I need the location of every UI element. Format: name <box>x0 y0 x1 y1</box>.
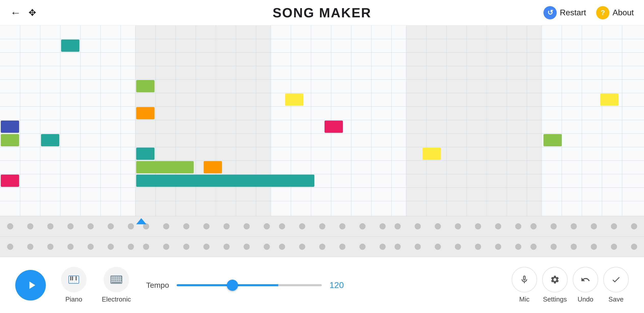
svg-point-70 <box>27 223 33 229</box>
svg-point-78 <box>183 223 189 229</box>
svg-rect-52 <box>136 148 155 160</box>
restart-label: Restart <box>560 8 586 17</box>
svg-point-88 <box>380 223 386 229</box>
piano-button[interactable]: Piano <box>61 267 87 303</box>
svg-point-75 <box>128 223 134 229</box>
svg-point-72 <box>67 223 74 229</box>
svg-rect-150 <box>115 277 116 278</box>
electronic-button[interactable]: Electronic <box>102 267 131 303</box>
svg-point-79 <box>203 223 209 229</box>
restart-button[interactable]: ↺ Restart <box>543 6 586 19</box>
electronic-label: Electronic <box>102 295 131 303</box>
svg-rect-145 <box>76 276 77 280</box>
svg-rect-60 <box>285 94 303 106</box>
save-button[interactable]: Save <box>603 267 629 303</box>
svg-point-121 <box>380 244 386 250</box>
svg-point-120 <box>359 244 366 250</box>
svg-point-82 <box>264 223 270 229</box>
mic-label: Mic <box>519 295 529 303</box>
svg-point-112 <box>203 244 209 250</box>
play-button[interactable] <box>15 270 46 301</box>
electronic-icon <box>104 267 129 292</box>
svg-point-109 <box>143 244 149 250</box>
back-button[interactable]: ← <box>10 7 21 19</box>
svg-rect-155 <box>113 278 115 279</box>
svg-rect-158 <box>119 278 120 279</box>
svg-rect-161 <box>113 280 115 281</box>
svg-rect-56 <box>1 134 19 146</box>
svg-point-77 <box>163 223 169 229</box>
svg-point-132 <box>591 244 597 250</box>
svg-point-71 <box>47 223 53 229</box>
svg-rect-149 <box>113 277 115 278</box>
svg-point-94 <box>495 223 501 229</box>
svg-rect-151 <box>117 277 118 278</box>
svg-point-134 <box>631 244 637 250</box>
svg-point-91 <box>435 223 441 229</box>
svg-point-87 <box>359 223 366 229</box>
move-icon: ✥ <box>29 7 36 18</box>
svg-point-80 <box>223 223 230 229</box>
svg-point-86 <box>339 223 345 229</box>
svg-point-123 <box>415 244 421 250</box>
svg-rect-163 <box>117 280 118 281</box>
undo-button[interactable]: Undo <box>573 267 598 303</box>
svg-point-69 <box>7 223 13 229</box>
song-grid-area[interactable] <box>0 25 644 257</box>
svg-point-84 <box>299 223 305 229</box>
svg-rect-58 <box>41 134 59 146</box>
svg-rect-148 <box>111 277 113 278</box>
svg-rect-64 <box>600 94 619 106</box>
svg-rect-160 <box>111 280 113 281</box>
svg-point-108 <box>128 244 134 250</box>
tempo-section: Tempo 120 <box>146 280 350 290</box>
svg-point-96 <box>530 223 537 229</box>
svg-point-89 <box>395 223 401 229</box>
svg-rect-157 <box>117 278 118 279</box>
svg-rect-153 <box>120 277 122 278</box>
svg-point-131 <box>571 244 577 250</box>
about-label: About <box>612 8 634 17</box>
piano-label: Piano <box>65 295 82 303</box>
svg-point-93 <box>475 223 481 229</box>
about-button[interactable]: ? About <box>596 6 634 19</box>
svg-point-114 <box>244 244 250 250</box>
svg-rect-54 <box>136 175 314 187</box>
svg-rect-152 <box>119 277 120 278</box>
svg-point-118 <box>319 244 325 250</box>
svg-point-110 <box>163 244 169 250</box>
piano-icon <box>61 267 87 292</box>
mic-button[interactable]: Mic <box>512 267 537 303</box>
svg-point-124 <box>435 244 441 250</box>
svg-point-127 <box>495 244 501 250</box>
right-controls: Mic Settings Undo <box>512 267 629 303</box>
bottom-bar: Piano <box>0 257 644 313</box>
mic-icon <box>512 267 537 292</box>
tempo-slider[interactable] <box>177 284 322 286</box>
svg-point-133 <box>611 244 617 250</box>
svg-point-106 <box>88 244 94 250</box>
svg-point-95 <box>515 223 521 229</box>
settings-button[interactable]: Settings <box>542 267 568 303</box>
undo-label: Undo <box>578 295 593 303</box>
svg-rect-63 <box>543 134 562 146</box>
svg-rect-53 <box>136 161 194 173</box>
svg-rect-165 <box>120 280 122 281</box>
svg-point-125 <box>455 244 461 250</box>
svg-point-99 <box>591 223 597 229</box>
svg-point-130 <box>551 244 557 250</box>
svg-point-116 <box>279 244 285 250</box>
svg-point-104 <box>47 244 53 250</box>
svg-rect-59 <box>204 161 222 173</box>
svg-rect-159 <box>120 278 122 279</box>
svg-rect-164 <box>119 280 120 281</box>
svg-point-122 <box>395 244 401 250</box>
svg-point-103 <box>27 244 33 250</box>
svg-point-74 <box>108 223 114 229</box>
svg-point-100 <box>611 223 617 229</box>
song-grid-svg[interactable] <box>0 25 644 257</box>
save-label: Save <box>608 295 623 303</box>
svg-rect-55 <box>1 121 19 133</box>
svg-rect-154 <box>111 278 113 279</box>
move-button[interactable]: ✥ <box>29 7 36 18</box>
